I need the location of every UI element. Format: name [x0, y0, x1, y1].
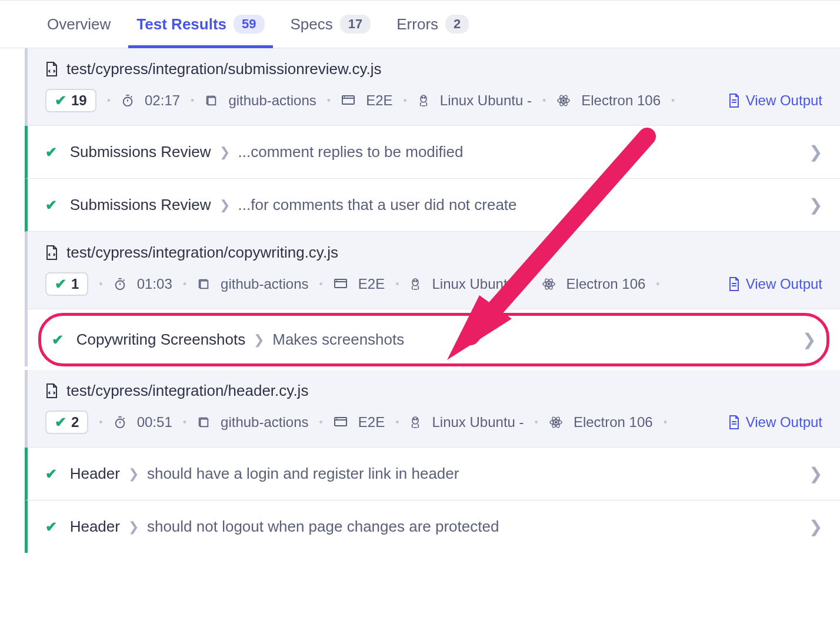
spec-header: test/cypress/integration/header.cy.js ✔ …	[28, 370, 840, 448]
spec-title: test/cypress/integration/submissionrevie…	[45, 60, 822, 78]
browser: Electron 106	[566, 276, 646, 292]
svg-point-25	[416, 419, 417, 420]
linux-icon	[409, 416, 421, 429]
check-icon: ✔	[55, 414, 66, 431]
check-icon: ✔	[55, 276, 66, 292]
runner: github-actions	[221, 276, 308, 292]
test-row[interactable]: ✔ Header ❯ should have a login and regis…	[25, 448, 840, 500]
spec-block: test/cypress/integration/header.cy.js ✔ …	[25, 370, 840, 553]
svg-point-23	[412, 417, 418, 424]
runner: github-actions	[228, 92, 316, 109]
test-row[interactable]: ✔ Submissions Review ❯ ...comment replie…	[25, 126, 840, 179]
svg-point-15	[416, 281, 417, 282]
test-type: E2E	[358, 414, 385, 431]
pass-count-pill: ✔ 1	[45, 272, 88, 296]
pass-count-pill: ✔ 19	[45, 89, 96, 112]
document-icon	[728, 415, 740, 429]
file-code-icon	[45, 383, 58, 399]
stopwatch-icon	[114, 278, 126, 291]
svg-point-0	[124, 98, 132, 106]
linux-icon	[409, 278, 421, 291]
tab-overview[interactable]: Overview	[47, 1, 111, 48]
spec-header: test/cypress/integration/submissionrevie…	[28, 48, 840, 126]
chevron-right-icon: ❯	[809, 464, 822, 483]
tab-specs[interactable]: Specs 17	[291, 1, 371, 48]
tab-label: Specs	[291, 15, 333, 34]
browser: Electron 106	[581, 92, 661, 109]
os: Linux Ubunt	[432, 276, 507, 292]
layers-icon	[205, 94, 218, 107]
view-output-label: View Output	[746, 414, 822, 431]
view-output-link[interactable]: View Output	[728, 276, 822, 292]
svg-rect-21	[201, 419, 208, 427]
check-icon: ✔	[55, 92, 66, 109]
chevron-right-icon: ❯	[809, 195, 822, 215]
browser: Electron 106	[574, 414, 653, 431]
pass-count: 1	[71, 276, 79, 292]
tab-test-results[interactable]: Test Results 59	[136, 1, 264, 48]
results-content: test/cypress/integration/submissionrevie…	[0, 48, 840, 553]
view-output-label: View Output	[746, 92, 822, 109]
svg-rect-11	[201, 281, 208, 289]
svg-point-13	[412, 279, 418, 286]
tab-label: Overview	[47, 15, 111, 34]
chevron-right-icon: ❯	[802, 330, 816, 349]
svg-point-9	[563, 100, 565, 102]
tab-badge: 59	[234, 15, 264, 34]
chevron-right-icon: ❯	[128, 466, 139, 482]
layers-icon	[197, 278, 210, 291]
tab-errors[interactable]: Errors 2	[396, 1, 469, 48]
test-name: ...comment replies to be modified	[238, 143, 464, 161]
os: Linux Ubuntu -	[432, 414, 524, 431]
file-code-icon	[45, 62, 58, 77]
spec-title: test/cypress/integration/header.cy.js	[45, 382, 822, 400]
tab-label: Errors	[396, 15, 438, 34]
test-group: Header	[70, 465, 120, 483]
stopwatch-icon	[114, 416, 126, 429]
test-name: should have a login and register link in…	[147, 465, 459, 483]
electron-icon	[542, 277, 556, 291]
duration: 00:51	[137, 414, 172, 431]
test-row[interactable]: ✔ Submissions Review ❯ ...for comments t…	[25, 179, 840, 232]
check-icon: ✔	[52, 332, 64, 348]
linux-icon	[418, 94, 429, 107]
tab-badge: 2	[445, 15, 469, 34]
check-icon: ✔	[45, 197, 57, 213]
electron-icon	[556, 94, 571, 108]
os: Linux Ubuntu -	[440, 92, 532, 109]
check-icon: ✔	[45, 519, 57, 535]
svg-point-3	[421, 95, 426, 102]
pass-count: 19	[71, 92, 87, 109]
view-output-label: View Output	[746, 276, 822, 292]
monitor-icon	[341, 95, 355, 106]
test-group: Copywriting Screenshots	[76, 331, 246, 349]
svg-point-20	[115, 419, 124, 428]
chevron-right-icon: ❯	[809, 517, 822, 536]
svg-point-4	[422, 97, 423, 98]
spec-meta: ✔ 2 • 00:51 • github-actions • E2E • Lin…	[45, 411, 822, 434]
tab-badge: 17	[340, 15, 371, 34]
svg-point-29	[555, 422, 556, 423]
test-row[interactable]: ✔ Header ❯ should not logout when page c…	[25, 500, 840, 553]
spec-header: test/cypress/integration/copywriting.cy.…	[28, 232, 840, 309]
file-code-icon	[45, 245, 58, 261]
runner: github-actions	[221, 414, 308, 431]
chevron-right-icon: ❯	[219, 198, 230, 213]
spec-path: test/cypress/integration/header.cy.js	[66, 382, 308, 400]
document-icon	[728, 94, 740, 108]
test-row-highlighted[interactable]: ✔ Copywriting Screenshots ❯ Makes screen…	[38, 313, 829, 366]
spec-block: test/cypress/integration/copywriting.cy.…	[25, 232, 840, 366]
tab-label: Test Results	[136, 15, 226, 34]
svg-point-19	[548, 283, 549, 285]
check-icon: ✔	[45, 466, 57, 482]
spec-block: test/cypress/integration/submissionrevie…	[25, 48, 840, 232]
svg-rect-1	[208, 98, 216, 105]
spec-meta: ✔ 19 • 02:17 • github-actions • E2E •	[45, 89, 822, 112]
test-group: Submissions Review	[70, 143, 211, 161]
electron-icon	[549, 415, 563, 429]
view-output-link[interactable]: View Output	[728, 414, 822, 431]
chevron-right-icon: ❯	[809, 142, 822, 162]
view-output-link[interactable]: View Output	[728, 92, 822, 109]
chevron-right-icon: ❯	[128, 519, 139, 535]
test-name: should not logout when page changes are …	[147, 518, 499, 536]
